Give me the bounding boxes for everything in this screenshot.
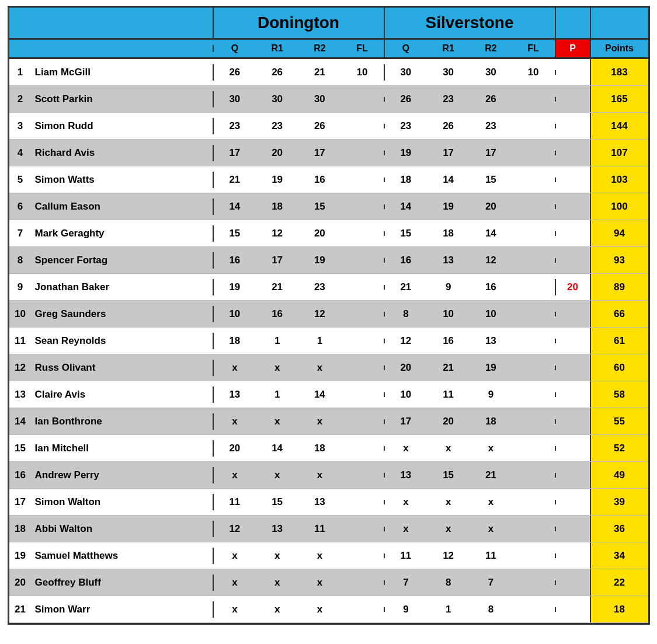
sil-r1-cell: 23 xyxy=(427,91,470,107)
sil-fl-cell xyxy=(512,151,555,155)
don-fl-cell xyxy=(341,231,385,236)
sil-r1-cell: 14 xyxy=(427,172,470,188)
don-r2-cell: 18 xyxy=(298,440,341,457)
don-fl-cell xyxy=(341,365,385,370)
sil-r2-cell: x xyxy=(470,494,512,510)
sil-q-cell: 10 xyxy=(385,387,427,403)
sil-q-cell: 13 xyxy=(385,467,427,483)
don-fl-cell xyxy=(341,554,385,558)
name-cell: Simon Watts xyxy=(32,172,214,188)
sil-fl-cell xyxy=(512,580,555,585)
don-r2-cell: x xyxy=(298,575,341,591)
sil-q-cell: 7 xyxy=(385,575,427,591)
p-cell xyxy=(555,580,590,585)
table-row: 5 Simon Watts 21 19 16 18 14 15 103 xyxy=(9,166,648,193)
sil-r2-cell: 15 xyxy=(470,172,512,188)
don-q-cell: 11 xyxy=(214,494,256,510)
don-r2-cell: 11 xyxy=(298,521,341,537)
p-cell xyxy=(555,177,590,182)
don-r1-cell: x xyxy=(256,575,298,591)
sil-r1-header: R1 xyxy=(427,40,470,57)
points-cell: 107 xyxy=(590,140,648,166)
pos-cell: 21 xyxy=(9,601,32,618)
name-cell: Russ Olivant xyxy=(32,360,214,376)
pos-cell: 19 xyxy=(9,548,32,564)
sil-q-cell: 11 xyxy=(385,548,427,564)
don-r1-cell: 15 xyxy=(256,494,298,510)
don-r1-cell: 26 xyxy=(256,64,298,81)
pos-cell: 7 xyxy=(9,225,32,242)
p-cell xyxy=(555,365,590,370)
don-r1-cell: 14 xyxy=(256,440,298,457)
p-cell xyxy=(555,312,590,316)
don-r1-cell: 21 xyxy=(256,279,298,295)
name-cell: Ian Bonthrone xyxy=(32,413,214,430)
sil-r2-cell: 12 xyxy=(470,252,512,269)
sil-q-cell: 8 xyxy=(385,306,427,322)
name-spacer xyxy=(9,8,214,38)
sil-q-cell: 9 xyxy=(385,601,427,618)
don-r1-cell: x xyxy=(256,467,298,483)
sil-fl-cell xyxy=(512,500,555,504)
don-fl-cell xyxy=(341,204,385,209)
don-r2-cell: 19 xyxy=(298,252,341,269)
don-r2-cell: 17 xyxy=(298,145,341,161)
don-fl-cell xyxy=(341,339,385,343)
sil-r1-cell: 8 xyxy=(427,575,470,591)
table-row: 11 Sean Reynolds 18 1 1 12 16 13 61 xyxy=(9,328,648,354)
pos-cell: 5 xyxy=(9,172,32,188)
don-r2-cell: x xyxy=(298,360,341,376)
sil-r1-cell: 10 xyxy=(427,306,470,322)
name-cell: Geoffrey Bluff xyxy=(32,575,214,591)
don-r1-cell: x xyxy=(256,601,298,618)
sil-fl-cell xyxy=(512,312,555,316)
standings-table: Donington Silverstone Q R1 R2 FL Q R1 R2… xyxy=(8,6,650,625)
sil-r2-cell: 11 xyxy=(470,548,512,564)
pos-cell: 1 xyxy=(9,64,32,81)
don-r2-cell: 12 xyxy=(298,306,341,322)
don-fl-cell xyxy=(341,419,385,424)
don-q-cell: x xyxy=(214,413,256,430)
don-fl-cell xyxy=(341,607,385,612)
p-col-header: P xyxy=(555,40,590,57)
don-r1-cell: x xyxy=(256,413,298,430)
points-cell: 103 xyxy=(590,166,648,193)
points-cell: 61 xyxy=(590,328,648,354)
points-cell: 18 xyxy=(590,596,648,622)
name-cell: Callum Eason xyxy=(32,199,214,215)
don-r1-cell: 16 xyxy=(256,306,298,322)
don-r2-cell: x xyxy=(298,467,341,483)
pos-cell: 4 xyxy=(9,145,32,161)
sil-r1-cell: x xyxy=(427,521,470,537)
don-q-cell: 21 xyxy=(214,172,256,188)
points-cell: 183 xyxy=(590,59,648,85)
pos-cell: 10 xyxy=(9,306,32,322)
don-r2-cell: x xyxy=(298,601,341,618)
name-cell: Mark Geraghty xyxy=(32,225,214,242)
sil-r1-cell: 20 xyxy=(427,413,470,430)
don-fl-cell xyxy=(341,527,385,531)
sil-q-cell: x xyxy=(385,521,427,537)
name-cell: Simon Rudd xyxy=(32,118,214,134)
table-row: 4 Richard Avis 17 20 17 19 17 17 107 xyxy=(9,140,648,166)
p-cell xyxy=(555,70,590,75)
don-r2-cell: x xyxy=(298,548,341,564)
sil-r1-cell: 11 xyxy=(427,387,470,403)
sil-q-cell: 12 xyxy=(385,333,427,349)
don-r1-cell: 1 xyxy=(256,333,298,349)
sil-r1-cell: x xyxy=(427,440,470,457)
pos-cell: 14 xyxy=(9,413,32,430)
don-fl-cell xyxy=(341,258,385,263)
name-cell: Simon Warr xyxy=(32,601,214,618)
don-q-cell: x xyxy=(214,575,256,591)
don-fl-cell xyxy=(341,97,385,102)
sil-r1-cell: 12 xyxy=(427,548,470,564)
sil-q-cell: 14 xyxy=(385,199,427,215)
pos-cell: 8 xyxy=(9,252,32,269)
sil-q-cell: x xyxy=(385,440,427,457)
sil-fl-cell: 10 xyxy=(512,64,555,81)
sil-q-cell: 30 xyxy=(385,64,427,81)
table-row: 15 Ian Mitchell 20 14 18 x x x 52 xyxy=(9,435,648,462)
don-r1-cell: 1 xyxy=(256,387,298,403)
sil-q-cell: 19 xyxy=(385,145,427,161)
